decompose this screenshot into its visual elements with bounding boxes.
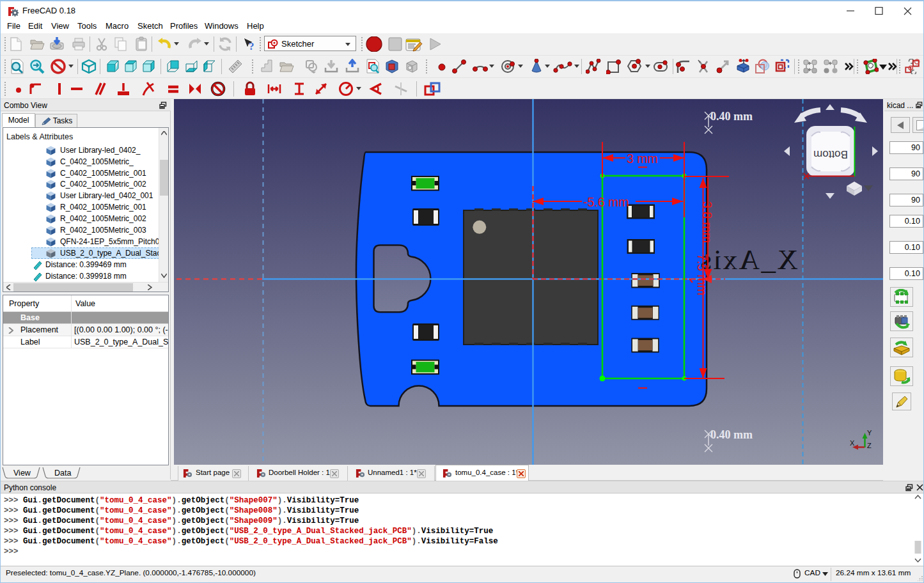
svg-text:-5.6 mm: -5.6 mm: [583, 195, 629, 209]
svg-text:0.40 mm: 0.40 mm: [710, 110, 753, 123]
svg-text:View: View: [13, 469, 31, 478]
svg-text:Z: Z: [867, 442, 872, 449]
svg-text:3.8 mm: 3.8 mm: [700, 201, 714, 243]
svg-text:X: X: [850, 439, 855, 447]
svg-text:?: ?: [249, 40, 254, 52]
svg-text:7.5 mm: 7.5 mm: [695, 254, 709, 295]
svg-text:X_Axis: X_Axis: [699, 244, 798, 276]
svg-text:Bottom: Bottom: [813, 148, 848, 160]
svg-text:Data: Data: [54, 469, 71, 478]
svg-text:0.40 mm: 0.40 mm: [710, 428, 753, 441]
svg-text:3 mm: 3 mm: [627, 152, 658, 166]
svg-text:Y: Y: [867, 429, 872, 437]
